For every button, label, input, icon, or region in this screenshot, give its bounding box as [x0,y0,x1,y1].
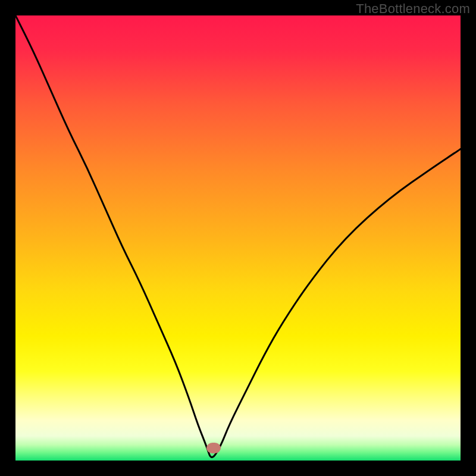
watermark-text: TheBottleneck.com [356,1,470,17]
chart-frame: TheBottleneck.com [0,0,476,476]
curve-path [15,15,461,457]
plot-area [15,15,461,461]
bottleneck-curve [15,15,461,461]
optimum-marker [206,443,221,453]
